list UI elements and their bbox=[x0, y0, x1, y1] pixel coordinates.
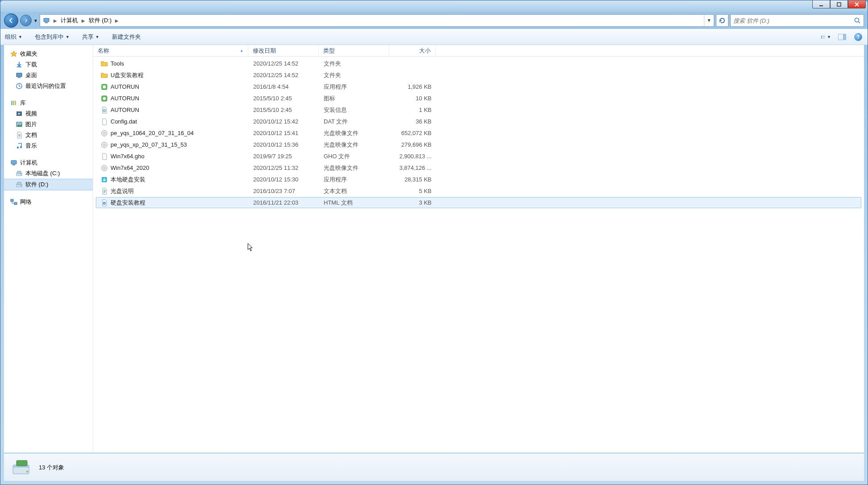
file-date: 2020/12/25 14:52 bbox=[249, 60, 319, 67]
sidebar-item[interactable]: 下载 bbox=[4, 59, 93, 70]
file-row[interactable]: AUTORUN2015/5/10 2:45图标10 KB bbox=[96, 93, 861, 104]
breadcrumb-label: 计算机 bbox=[61, 16, 78, 25]
sidebar-group-libraries: 库 视频图片文档音乐 bbox=[4, 98, 93, 151]
svg-rect-60 bbox=[16, 460, 27, 466]
file-row[interactable]: U盘安装教程2020/12/25 14:52文件夹 bbox=[96, 70, 861, 81]
folder-icon bbox=[101, 60, 108, 67]
sidebar-item[interactable]: 文档 bbox=[4, 130, 93, 140]
file-type: 文件夹 bbox=[319, 60, 390, 68]
search-input[interactable] bbox=[733, 17, 854, 24]
file-name: 硬盘安装教程 bbox=[111, 199, 145, 207]
computer-icon bbox=[43, 17, 50, 24]
explorer-window: ▼ ▶ 计算机 ▶ 软件 (D:) ▶ ▼ 组织▼ bbox=[0, 0, 868, 485]
iso-icon bbox=[101, 141, 108, 148]
view-mode-button[interactable]: ▼ bbox=[821, 32, 831, 42]
share-menu[interactable]: 共享▼ bbox=[82, 33, 99, 41]
sidebar-item[interactable]: 软件 (D:) bbox=[4, 179, 93, 190]
file-row[interactable]: AUTORUN2016/1/8 4:54应用程序1,926 KB bbox=[96, 81, 861, 92]
file-icon bbox=[101, 153, 108, 160]
organize-menu[interactable]: 组织▼ bbox=[5, 33, 22, 41]
file-name: pe_yqs_1064_20_07_31_16_04 bbox=[111, 130, 194, 136]
address-dropdown[interactable]: ▼ bbox=[704, 15, 714, 26]
sidebar-head-network[interactable]: 网络 bbox=[4, 197, 93, 207]
file-row[interactable]: Win7x64.gho2019/9/7 19:25GHO 文件2,900,813… bbox=[96, 151, 861, 162]
column-header-type[interactable]: 类型 bbox=[319, 45, 389, 56]
close-button[interactable] bbox=[848, 0, 866, 8]
nav-forward-button[interactable] bbox=[20, 15, 32, 26]
help-button[interactable]: ? bbox=[853, 32, 863, 42]
breadcrumb-computer[interactable]: 计算机 bbox=[58, 15, 81, 26]
file-date: 2015/5/10 2:45 bbox=[249, 95, 319, 102]
chevron-down-icon: ▼ bbox=[827, 35, 831, 39]
file-name: Config.dat bbox=[111, 118, 137, 125]
sidebar-item-label: 音乐 bbox=[25, 142, 37, 150]
new-folder-button[interactable]: 新建文件夹 bbox=[112, 33, 141, 41]
file-row[interactable]: pe_yqs_1064_20_07_31_16_042020/10/12 15:… bbox=[96, 127, 861, 139]
file-row[interactable]: AUTORUN2015/5/10 2:45安装信息1 KB bbox=[96, 104, 861, 115]
iso-icon bbox=[101, 130, 108, 137]
svg-rect-39 bbox=[103, 86, 106, 88]
file-date: 2020/12/25 11:32 bbox=[249, 164, 319, 171]
file-list[interactable]: Tools2020/12/25 14:52文件夹U盘安装教程2020/12/25… bbox=[93, 57, 864, 452]
drive-icon bbox=[16, 181, 23, 188]
preview-pane-button[interactable] bbox=[837, 32, 847, 42]
file-type: 应用程序 bbox=[319, 176, 390, 184]
svg-rect-29 bbox=[12, 164, 15, 165]
file-row[interactable]: e硬盘安装教程2016/11/21 22:03HTML 文档3 KB bbox=[96, 197, 861, 208]
svg-point-34 bbox=[21, 185, 21, 186]
maximize-button[interactable] bbox=[830, 0, 848, 8]
svg-point-41 bbox=[103, 97, 106, 100]
address-row: ▼ ▶ 计算机 ▶ 软件 (D:) ▶ ▼ bbox=[0, 12, 868, 29]
svg-point-31 bbox=[21, 174, 21, 175]
refresh-button[interactable] bbox=[716, 14, 728, 27]
column-label: 类型 bbox=[323, 47, 335, 55]
svg-point-27 bbox=[20, 146, 22, 148]
address-bar[interactable]: ▶ 计算机 ▶ 软件 (D:) ▶ ▼ bbox=[40, 14, 714, 27]
breadcrumb-root[interactable] bbox=[40, 15, 53, 26]
sidebar-head-favorites[interactable]: 收藏夹 bbox=[4, 49, 93, 59]
search-bar[interactable] bbox=[730, 14, 864, 27]
sidebar-item[interactable]: 视频 bbox=[4, 108, 93, 119]
sidebar-head-computer[interactable]: 计算机 bbox=[4, 157, 93, 168]
chevron-right-icon: ▶ bbox=[81, 18, 86, 23]
nav-back-button[interactable] bbox=[4, 13, 18, 28]
sidebar-item[interactable]: 图片 bbox=[4, 119, 93, 130]
file-size: 5 KB bbox=[390, 188, 436, 194]
ico-icon bbox=[101, 95, 108, 102]
file-type: DAT 文件 bbox=[319, 118, 390, 126]
download-icon bbox=[16, 61, 23, 68]
file-type: 图标 bbox=[319, 95, 390, 103]
video-icon bbox=[16, 110, 23, 117]
recent-icon bbox=[16, 82, 23, 90]
sidebar-item[interactable]: 最近访问的位置 bbox=[4, 81, 93, 91]
column-header-size[interactable]: 大小 bbox=[389, 45, 436, 56]
breadcrumb-drive[interactable]: 软件 (D:) bbox=[86, 15, 114, 26]
svg-rect-28 bbox=[11, 160, 16, 164]
file-row[interactable]: 光盘说明2016/10/23 7:07文本文档5 KB bbox=[96, 185, 861, 197]
include-library-menu[interactable]: 包含到库中▼ bbox=[35, 33, 70, 41]
file-type: HTML 文档 bbox=[319, 199, 390, 207]
file-date: 2020/12/25 14:52 bbox=[249, 72, 319, 78]
nav-history-dropdown[interactable]: ▼ bbox=[33, 18, 38, 23]
svg-rect-3 bbox=[45, 22, 48, 23]
sidebar-item[interactable]: 音乐 bbox=[4, 140, 93, 151]
file-row[interactable]: Win7x64_20202020/12/25 11:32光盘映像文件3,874,… bbox=[96, 162, 861, 173]
picture-icon bbox=[16, 121, 23, 128]
file-row[interactable]: Config.dat2020/10/12 15:42DAT 文件36 KB bbox=[96, 116, 861, 127]
sidebar-head-libraries[interactable]: 库 bbox=[4, 98, 93, 108]
svg-rect-23 bbox=[18, 134, 21, 135]
sidebar-item[interactable]: 本地磁盘 (C:) bbox=[4, 168, 93, 179]
file-row[interactable]: pe_yqs_xp_20_07_31_15_532020/10/12 15:36… bbox=[96, 139, 861, 150]
file-name: AUTORUN bbox=[111, 95, 139, 102]
svg-rect-5 bbox=[821, 36, 822, 37]
column-header-date[interactable]: 修改日期 bbox=[248, 45, 319, 56]
file-row[interactable]: Tools2020/12/25 14:52文件夹 bbox=[96, 58, 861, 69]
minimize-button[interactable] bbox=[812, 0, 830, 8]
search-icon bbox=[854, 17, 861, 24]
file-row[interactable]: 本地硬盘安装2020/10/12 15:30应用程序28,315 KB bbox=[96, 174, 861, 185]
sidebar-item[interactable]: 桌面 bbox=[4, 70, 93, 81]
main-area: 收藏夹 下载桌面最近访问的位置 库 视频图片文档音乐 计算机 本地磁盘 (C:)… bbox=[4, 45, 864, 452]
file-date: 2016/1/8 4:54 bbox=[249, 83, 319, 90]
column-header-name[interactable]: 名称▲ bbox=[93, 45, 248, 56]
svg-rect-35 bbox=[17, 182, 21, 185]
